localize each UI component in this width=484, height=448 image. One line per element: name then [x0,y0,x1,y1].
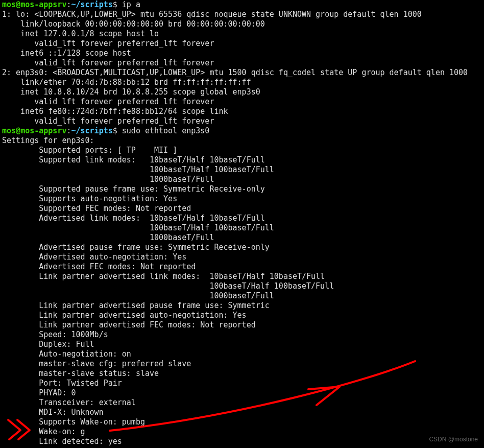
terminal-output[interactable]: mos@mos-appsrv:~/scripts$ ip a 1: lo: <L… [0,0,484,446]
watermark-text: CSDN @mostone [429,436,478,443]
